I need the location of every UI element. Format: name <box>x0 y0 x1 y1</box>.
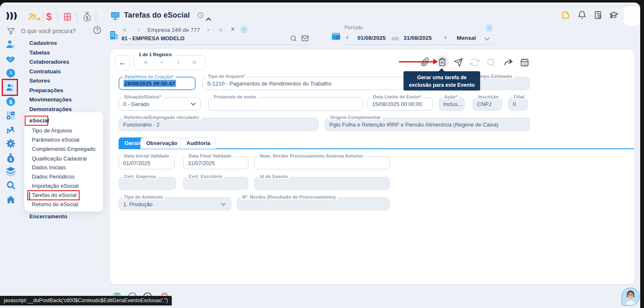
document-search-icon[interactable] <box>594 10 603 21</box>
field-value: 15/08/2025 00:00:00 <box>372 101 422 107</box>
company-last-button[interactable]: » <box>219 26 222 34</box>
rail-user-config-icon[interactable] <box>5 39 16 52</box>
company-first-button[interactable]: « <box>122 26 126 34</box>
rail-calculator-icon[interactable] <box>5 110 16 122</box>
period-mode-select[interactable]: Mensal <box>457 35 476 41</box>
submenu-complemento-empregado[interactable]: Complemento Empregado <box>32 146 96 152</box>
field-label: Tipo de Arquivo* <box>206 74 247 79</box>
company-prev-button[interactable]: ‹ <box>137 26 140 34</box>
sidebar-item-contratuais[interactable]: Contratuais <box>29 68 61 75</box>
rail-home-icon[interactable] <box>5 194 16 206</box>
people-module-icon[interactable] <box>27 12 38 23</box>
field-label: Data Inicial Validade <box>122 153 171 158</box>
rail-dollar-icon[interactable]: $ <box>5 96 16 109</box>
rail-search-icon[interactable] <box>6 180 16 192</box>
user-menu[interactable] <box>624 6 640 26</box>
finance-module-icon[interactable]: $ <box>46 11 52 23</box>
delete-task-icon[interactable] <box>438 57 447 68</box>
record-last-button[interactable]: » <box>192 58 196 66</box>
calendar-icon[interactable] <box>520 58 529 69</box>
period-prev-button[interactable]: ‹ <box>346 33 349 41</box>
sidebar-item-preparacoes[interactable]: Preparações <box>29 87 63 93</box>
search-record-icon[interactable] <box>486 58 496 69</box>
company-filter-checkbox[interactable]: ✓ <box>241 26 247 33</box>
company-clear-icon[interactable]: × <box>231 26 235 33</box>
sidebar-item-tabelas[interactable]: Tabelas <box>29 49 50 56</box>
bell-icon[interactable] <box>577 10 587 21</box>
sidebar-item-demonstracoes[interactable]: Demonstrações <box>29 106 72 112</box>
moneybag-module-icon[interactable] <box>82 11 92 24</box>
field-data-final-validade[interactable]: Data Final Validade 31/07/2025 <box>183 156 248 169</box>
sidebar-item-cadastros[interactable]: Cadastros <box>29 40 57 46</box>
app-logo[interactable] <box>5 10 18 21</box>
company-search-icon[interactable] <box>290 35 297 44</box>
svg-text:$: $ <box>10 157 12 162</box>
search-input[interactable] <box>21 26 88 36</box>
field-value: Pgto Folha e Retenção IRRF e Pensão Alim… <box>329 121 499 127</box>
chevron-down-icon[interactable] <box>191 101 195 106</box>
rail-layers-icon[interactable] <box>5 166 16 179</box>
submenu-retorno-do-esocial[interactable]: Retorno do eSocial <box>32 201 78 207</box>
collapse-title-icon[interactable] <box>207 15 210 23</box>
sidebar-item-movimentacoes[interactable]: Movimentações <box>29 96 72 103</box>
info-icon[interactable] <box>197 12 204 20</box>
field-value: Funcionário - 2 <box>123 121 160 127</box>
attach-icon[interactable] <box>421 57 430 68</box>
field-cert-escritorio: Cert. Escritório <box>183 177 248 190</box>
rail-moneybag-icon[interactable]: $ <box>5 153 16 166</box>
field-protocolo-envio[interactable]: Protocolo de envio <box>208 97 363 111</box>
sidebar-item-setores[interactable]: Setores <box>29 78 50 84</box>
assistant-avatar[interactable] <box>621 287 640 306</box>
calculator-module-icon[interactable] <box>62 12 72 23</box>
send-icon[interactable] <box>454 58 463 69</box>
period-end-date[interactable]: 31/08/2025 <box>403 35 432 41</box>
field-num-recibo-anterior[interactable]: Num. Recibo Processamento Sistema Anteri… <box>254 156 390 169</box>
record-first-button[interactable]: « <box>144 58 147 66</box>
annotation-redbox-esocial <box>25 116 48 126</box>
graduation-cap-icon[interactable] <box>609 10 619 21</box>
submenu-parametros-esocial[interactable]: Parâmetros eSocial <box>32 137 79 143</box>
forward-icon[interactable] <box>503 58 513 69</box>
submenu-dados-periodicos[interactable]: Dados Periódicos <box>32 173 75 180</box>
back-button[interactable]: ← <box>115 55 130 70</box>
field-label: Situação/Status* <box>122 94 163 99</box>
company-next-button[interactable]: › <box>207 26 209 34</box>
field-label: Data Limite de Envio* <box>371 94 423 99</box>
submenu-dados-iniciais[interactable]: Dados Iniciais <box>32 164 66 171</box>
sidebar-item-colaboradores[interactable]: Colaboradores <box>29 59 69 65</box>
field-acao: Ação* Inclus... <box>439 97 465 111</box>
period-next-button[interactable]: › <box>444 33 447 41</box>
delete-task-tooltip: Gerar uma tarefa de exclusão para este E… <box>403 71 480 91</box>
rail-people-icon[interactable] <box>5 82 16 94</box>
field-data-limite-envio[interactable]: Data Limite de Envio* 15/08/2025 00:00:0… <box>367 97 433 111</box>
sidebar-item-encerramento[interactable]: Encerramento <box>29 213 67 220</box>
record-next-button[interactable]: › <box>177 58 180 66</box>
help-icon[interactable] <box>93 26 101 36</box>
svg-text:$: $ <box>9 99 13 105</box>
rail-gear-icon[interactable] <box>5 138 16 150</box>
field-data-inicial-validade[interactable]: Data Inicial Validade 01/07/2025 <box>119 156 175 169</box>
field-value: 1. Produção <box>123 201 153 207</box>
submenu-tipo-de-arquivos[interactable]: Tipo de Arquivos <box>32 127 72 134</box>
tab-auditoria[interactable]: Auditoria <box>181 137 216 149</box>
company-mail-icon[interactable] <box>301 35 309 43</box>
field-data-hora-criacao[interactable]: Data/Hora de Criação* 28/08/2025 09:50:4… <box>119 77 196 90</box>
period-start-date[interactable]: 01/08/2025 <box>357 35 386 41</box>
field-value: 31/07/2025 <box>188 160 215 166</box>
company-name: 81 - EMPRESA MODELO <box>122 35 184 41</box>
filter-icon[interactable] <box>7 27 15 37</box>
notes-icon[interactable] <box>561 10 570 21</box>
period-until-label: até <box>391 35 399 41</box>
submenu-importacao-esocial[interactable]: Importação eSocial <box>32 183 78 189</box>
record-prev-button[interactable]: ‹ <box>160 58 163 66</box>
period-checkbox[interactable]: ✓ <box>486 25 492 31</box>
rail-handshake-icon[interactable] <box>5 54 16 67</box>
rail-clock-icon[interactable] <box>5 68 16 80</box>
field-situacao-status[interactable]: Situação/Status* 0 - Gerado <box>119 97 201 111</box>
refresh-icon[interactable] <box>470 58 479 69</box>
tab-observacao[interactable]: Observação <box>140 137 183 149</box>
statusbar-link-preview: javascript:__doPostBack('ctl00$Conteudo$… <box>0 296 172 305</box>
building-icon <box>109 30 119 42</box>
rail-trending-icon[interactable] <box>6 125 16 137</box>
submenu-qualificacao-cadastral[interactable]: Qualificação Cadastral <box>32 155 87 162</box>
